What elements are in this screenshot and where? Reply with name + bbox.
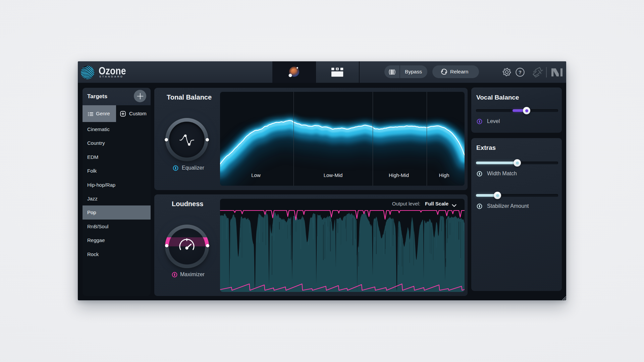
svg-text:?: ? [519,70,522,75]
